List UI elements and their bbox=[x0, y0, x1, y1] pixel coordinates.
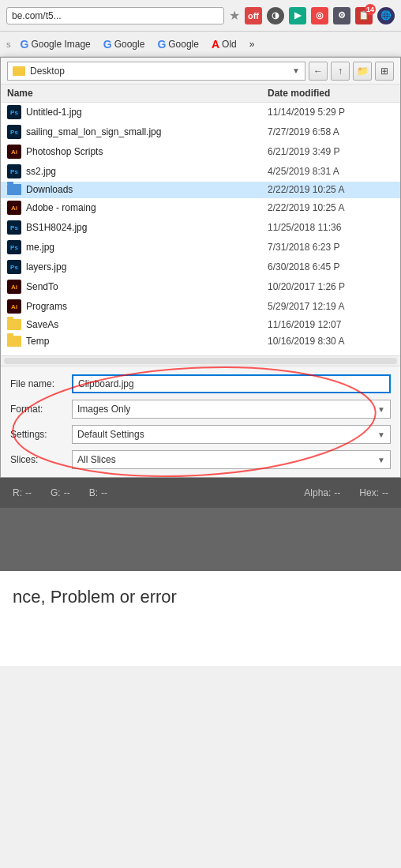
file-date: 6/21/2019 3:49 P bbox=[268, 146, 394, 157]
slices-row: Slices: All Slices ▼ bbox=[10, 450, 391, 469]
format-row: Format: Images Only ▼ bbox=[10, 400, 391, 419]
file-date: 11/14/2019 5:29 P bbox=[268, 107, 394, 118]
new-folder-button[interactable]: 📁 bbox=[353, 62, 372, 81]
b-value: -- bbox=[101, 487, 107, 498]
table-row[interactable]: Ai Photoshop Scripts 6/21/2019 3:49 P bbox=[1, 142, 400, 162]
status-g: G: -- bbox=[51, 487, 70, 498]
slices-dropdown-arrow: ▼ bbox=[377, 456, 385, 464]
file-date: 4/25/2019 8:31 A bbox=[268, 166, 394, 177]
folder-icon bbox=[13, 66, 25, 76]
status-b: B: -- bbox=[89, 487, 107, 498]
b-label: B: bbox=[89, 487, 98, 498]
extension-icon-1[interactable]: off bbox=[245, 7, 262, 24]
settings-value: Default Settings bbox=[77, 429, 144, 440]
file-date: 7/27/2019 6:58 A bbox=[268, 126, 394, 137]
file-name: Programs bbox=[26, 301, 268, 312]
ps-icon: Ps bbox=[7, 260, 21, 274]
page-heading: nce, Problem or error bbox=[13, 587, 388, 607]
table-row[interactable]: Ps Untitled-1.jpg 11/14/2019 5:29 P bbox=[1, 103, 400, 122]
location-bar[interactable]: Desktop ▼ bbox=[7, 62, 305, 81]
table-row[interactable]: Ai Programs 5/29/2017 12:19 A bbox=[1, 297, 400, 317]
file-name: Adobe - romaing bbox=[26, 202, 268, 213]
nav-back-button[interactable]: ← bbox=[309, 62, 328, 81]
dialog-controls: File name: Format: Images Only ▼ Setting… bbox=[1, 366, 400, 477]
file-list-scrollbar[interactable] bbox=[1, 355, 400, 366]
location-text: Desktop bbox=[30, 66, 65, 77]
adobe-icon: A bbox=[212, 38, 219, 51]
file-name: SendTo bbox=[26, 281, 268, 292]
bookmark-google-1[interactable]: G Google bbox=[100, 36, 148, 52]
slices-select[interactable]: All Slices ▼ bbox=[72, 450, 391, 469]
file-name: me.jpg bbox=[26, 242, 268, 253]
view-toggle-button[interactable]: ⊞ bbox=[375, 62, 394, 81]
file-date: 11/16/2019 12:07 bbox=[268, 319, 394, 330]
slices-label: Slices: bbox=[10, 454, 66, 465]
r-value: -- bbox=[25, 487, 32, 498]
filename-row: File name: bbox=[10, 374, 391, 393]
table-row[interactable]: Ps layers.jpg 6/30/2018 6:45 P bbox=[1, 257, 400, 277]
file-name: sailing_smal_lon_sign_small.jpg bbox=[26, 126, 268, 137]
ps-icon: Ps bbox=[7, 240, 21, 254]
bookmark-google-2[interactable]: G Google bbox=[154, 36, 202, 52]
table-row[interactable]: Ps sailing_smal_lon_sign_small.jpg 7/27/… bbox=[1, 122, 400, 142]
file-name: Temp bbox=[26, 336, 268, 347]
ps-icon: Ps bbox=[7, 125, 21, 139]
settings-label: Settings: bbox=[10, 429, 66, 440]
file-name: layers.jpg bbox=[26, 261, 268, 272]
filename-input[interactable] bbox=[72, 374, 391, 393]
browser-url-bar[interactable]: be.com/t5... bbox=[6, 7, 224, 24]
bookmark-more[interactable]: » bbox=[246, 37, 258, 51]
file-date: 2/22/2019 10:25 A bbox=[268, 184, 394, 195]
ps-icon: Ps bbox=[7, 220, 21, 235]
file-name: SaveAs bbox=[26, 319, 268, 330]
bookmark-adobe-old[interactable]: A Old bbox=[208, 36, 240, 52]
settings-dropdown-arrow: ▼ bbox=[377, 430, 385, 439]
more-icon: » bbox=[249, 39, 255, 50]
bookmark-google-image[interactable]: G Google Image bbox=[17, 36, 94, 52]
bookmark-label: Google bbox=[168, 39, 199, 50]
extension-icon-6[interactable]: 📋14 bbox=[355, 7, 373, 24]
hex-label: Hex: bbox=[359, 487, 379, 498]
status-alpha: Alpha: -- bbox=[304, 487, 340, 498]
r-label: R: bbox=[13, 487, 22, 498]
extension-icon-2[interactable]: ◑ bbox=[267, 7, 284, 24]
column-name: Name bbox=[7, 88, 268, 99]
format-select[interactable]: Images Only ▼ bbox=[72, 400, 391, 419]
star-icon[interactable]: ★ bbox=[229, 8, 240, 23]
file-list[interactable]: Ps Untitled-1.jpg 11/14/2019 5:29 P Ps s… bbox=[1, 103, 400, 355]
bookmark-label: Google bbox=[114, 39, 145, 50]
ps-icon: Ps bbox=[7, 164, 21, 178]
file-date: 7/31/2018 6:23 P bbox=[268, 242, 394, 253]
extension-icon-3[interactable]: ▶ bbox=[289, 7, 306, 24]
file-name: ss2.jpg bbox=[26, 166, 268, 177]
status-hex: Hex: -- bbox=[359, 487, 388, 498]
alpha-label: Alpha: bbox=[304, 487, 331, 498]
table-row[interactable]: Temp 10/16/2019 8:30 A bbox=[1, 333, 400, 350]
table-row[interactable]: Ai SendTo 10/20/2017 1:26 P bbox=[1, 277, 400, 297]
table-row[interactable]: Ps BS1H8024.jpg 11/25/2018 11:36 bbox=[1, 218, 400, 238]
file-date: 10/16/2019 8:30 A bbox=[268, 336, 394, 347]
save-dialog: Desktop ▼ ← ↑ 📁 ⊞ Name Date modified Ps … bbox=[0, 57, 401, 478]
ai-icon: Ai bbox=[7, 145, 21, 159]
ai-icon: Ai bbox=[7, 201, 21, 215]
table-row[interactable]: SaveAs 11/16/2019 12:07 bbox=[1, 317, 400, 333]
table-row-downloads[interactable]: Downloads 2/22/2019 10:25 A bbox=[1, 182, 400, 198]
extension-icon-7[interactable]: 🌐 bbox=[377, 7, 395, 24]
extension-icon-4[interactable]: ◎ bbox=[311, 7, 328, 24]
url-text: be.com/t5... bbox=[12, 10, 62, 21]
alpha-value: -- bbox=[334, 487, 340, 498]
dialog-toolbar: Desktop ▼ ← ↑ 📁 ⊞ bbox=[1, 58, 400, 85]
extension-icon-5[interactable]: ⚙ bbox=[333, 7, 350, 24]
downloads-folder-icon bbox=[7, 184, 21, 195]
format-label: Format: bbox=[10, 404, 66, 415]
table-row[interactable]: Ps me.jpg 7/31/2018 6:23 P bbox=[1, 238, 400, 257]
table-row[interactable]: Ps ss2.jpg 4/25/2019 8:31 A bbox=[1, 162, 400, 182]
bookmark-label: Old bbox=[222, 39, 237, 50]
settings-select[interactable]: Default Settings ▼ bbox=[72, 425, 391, 444]
nav-up-button[interactable]: ↑ bbox=[331, 62, 350, 81]
browser-chrome: be.com/t5... ★ off ◑ ▶ ◎ ⚙ 📋14 🌐 bbox=[0, 0, 401, 32]
g-value: -- bbox=[64, 487, 70, 498]
table-row[interactable]: Ai Adobe - romaing 2/22/2019 10:25 A bbox=[1, 198, 400, 218]
folder-icon bbox=[7, 319, 21, 330]
slices-value: All Slices bbox=[77, 454, 116, 465]
